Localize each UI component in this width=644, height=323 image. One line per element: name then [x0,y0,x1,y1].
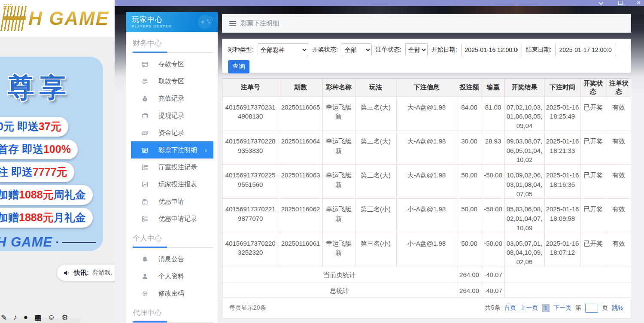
dot-icon[interactable]: ● [24,313,28,322]
close-icon[interactable]: × [637,0,641,6]
table-cell: 大-A盘@1.98 [396,131,457,165]
table-cell: 10,09,02,06,03,01,08,04,07,05 [504,165,544,199]
moneybag-icon [141,95,149,102]
chevron-down-icon[interactable] [598,0,603,5]
pagination: 每页显示20条 共5条 首页 上一页 1 下一页 第 页 跳转 [222,297,631,319]
current-page-indicator: 1 [542,304,550,312]
summary-label: 当前页统计 [222,267,457,283]
draw-status-select[interactable]: 全部 [342,43,372,56]
bet-table: 注单号期数彩种名称玩法下注信息投注额输赢开奖结果下注时间开奖状态注单状态 401… [222,79,632,299]
sidebar-item-hall-bet-records[interactable]: 厅室投注记录 [126,158,218,176]
promo-pill-text: 加赠 [0,211,19,223]
table-cell: 09,03,08,07,06,05,01,04,10,02 [504,131,544,165]
logo-text: H GAME [28,8,109,29]
promo-footer-logo: H GAME [0,235,52,250]
sidebar-item-label: 玩家投注报表 [158,180,197,189]
sidebar-item-recharge-records[interactable]: 充值记录 [126,90,218,107]
hh-game-logo[interactable]: H GAME [3,6,109,31]
sidebar-item-promo-apply-records[interactable]: 优惠申请记录 [126,210,218,227]
bet-status-select[interactable]: 全部 [405,43,428,56]
table-cell: 50.00 [457,165,482,199]
sidebar-item-messages[interactable]: 消息公告 [126,250,218,268]
column-header: 玩法 [355,79,396,97]
table-cell: 大-A盘@1.98 [396,165,457,199]
promo-headline: 尊享 [8,70,103,106]
start-date-input[interactable] [461,44,522,56]
sidebar-item-deposit-zone[interactable]: 存款专区 [126,55,218,73]
jump-link[interactable]: 跳转 [612,304,624,312]
first-page-link[interactable]: 首页 [504,304,516,312]
promo-pill-text: 加赠 [0,189,19,201]
summary-row: 当前页统计264.00-40.07 [222,267,632,283]
table-row: 40156917370220325232020250116061幸运飞艇新第三名… [222,233,632,267]
filter-panel: 彩种类型: 全部彩种 开奖状态: 全部 注单状态: 全部 开始日期: [222,39,631,73]
column-header: 下注时间 [544,79,580,97]
sidebar-item-change-password[interactable]: 修改密码 [126,285,218,302]
table-cell: 第三名(小) [355,233,396,267]
withdraw-hand-icon [141,78,149,85]
next-page-link[interactable]: 下一页 [553,304,571,312]
promo-banner[interactable]: 尊享 0元 即送37元首存 即送100%注 即送7777元加赠1088元周礼金加… [0,57,103,251]
table-cell: 401569173702203252320 [222,233,279,267]
sidebar-section-personal-center: 个人中心 [133,233,212,247]
prev-page-link[interactable]: 上一页 [520,304,538,312]
column-header: 输赢 [482,79,504,97]
lottery-type-select[interactable]: 全部彩种 [258,43,308,56]
menu-icon[interactable] [229,21,236,26]
query-button[interactable]: 查询 [228,60,249,73]
promo-apply-icon [141,198,149,205]
table-cell: 有效 [606,131,632,165]
sidebar-item-label: 厅室投注记录 [158,163,197,171]
sidebar-item-label: 取款专区 [158,77,184,85]
gear-icon[interactable]: ⚙ [61,313,68,322]
table-cell: 已开奖 [580,199,606,233]
jump-prefix: 第 [575,304,581,312]
note-icon[interactable]: ♪ [13,313,17,322]
end-date-input[interactable] [555,44,616,56]
chevron-right-icon: › [205,146,207,154]
promo-pill: 加赠1888元月礼金 [0,208,93,228]
table-cell: 有效 [606,233,632,267]
page-jump-input[interactable] [585,304,598,313]
speaker-icon [63,269,70,277]
column-header: 开奖状态 [580,79,606,97]
column-header: 注单号 [222,79,279,97]
table-cell: 已开奖 [580,233,606,267]
promo-pill-text: 7777元 [33,166,67,178]
sidebar-item-label: 优惠申请 [158,198,184,206]
gamepad-icon [195,13,214,30]
table-cell: 50.00 [457,233,482,267]
table-cell: 已开奖 [580,165,606,199]
table-cell: 20250116065 [279,97,322,131]
table-cell: 大-A盘@1.98 [396,97,457,131]
dot-decoration [56,241,58,243]
site-header: H GAME [0,0,115,37]
smiley-icon[interactable]: ☺ [48,313,55,322]
window-titlebar: × [115,0,644,6]
screen: H GAME 尊享 0元 即送37元首存 即送100%注 即送7777元加赠10… [0,0,644,323]
sidebar-item-label: 充值记录 [158,94,184,103]
section-divider [133,322,213,323]
jump-suffix: 页 [602,304,608,312]
sidebar-item-fund-records[interactable]: 资金记录 [126,124,218,141]
sidebar-item-player-bet-report[interactable]: 玩家投注报表 [126,176,218,193]
pen-icon[interactable]: ✎ [1,313,7,322]
sidebar-item-profile[interactable]: 个人资料 [126,268,218,285]
news-ticker[interactable]: 快讯: 弈游戏, [57,265,115,281]
table-cell: 2025-01-16 18:25:49 [544,97,580,131]
sidebar-item-withdraw-zone[interactable]: 取款专区 [126,73,218,90]
sidebar-item-promo-apply[interactable]: 优惠申请 [126,193,218,210]
column-header: 投注额 [457,79,482,97]
bell-icon [141,256,149,263]
funds-icon [141,129,149,137]
grid-icon[interactable]: ▦ [34,313,41,322]
sidebar-item-withdraw-records[interactable]: 提现记录 [126,107,218,124]
window-body: 玩家中心 PLAYERS CENTER 财务中心存款专区取款专区充值记录提现记录… [115,6,644,323]
sidebar-item-label: 彩票下注明细 [158,146,197,154]
sidebar-item-lottery-bet-details[interactable]: 彩票下注明细› [131,141,213,158]
table-cell: 有效 [606,97,632,131]
promo-pill: 首存 即送100% [0,140,78,159]
maximize-icon[interactable] [618,1,623,5]
summary-label: 总统计 [222,283,457,299]
table-cell: 20250116062 [279,199,322,233]
